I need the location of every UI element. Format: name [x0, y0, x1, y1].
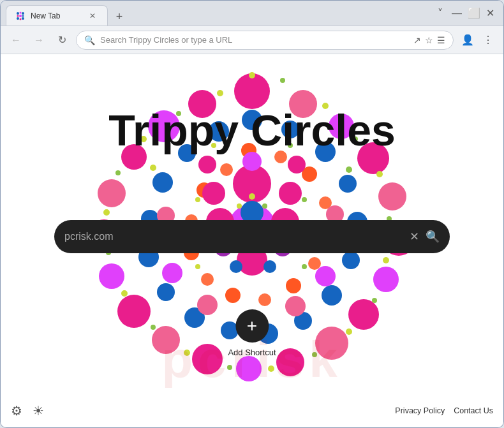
svg-point-33	[376, 171, 383, 177]
share-icon[interactable]: ↗	[413, 35, 421, 45]
new-tab-button[interactable]: +	[110, 8, 128, 26]
tab-title: New Tab	[31, 11, 60, 20]
tab-favicon	[15, 11, 26, 21]
svg-point-116	[150, 165, 156, 171]
svg-point-111	[302, 197, 307, 202]
title-bar: New Tab ✕ + ˅ — ⬜ ✕	[1, 1, 503, 26]
svg-point-2	[22, 12, 24, 15]
page-title: Trippy Circles	[108, 105, 396, 155]
close-button[interactable]: ✕	[484, 7, 496, 19]
svg-point-36	[372, 298, 377, 303]
svg-point-30	[280, 78, 285, 83]
svg-point-3	[17, 15, 19, 17]
nav-bar: ← → ↻ 🔍 Search Trippy Circles or type a …	[1, 26, 503, 54]
svg-point-13	[378, 182, 406, 210]
svg-point-0	[17, 12, 19, 15]
svg-point-5	[22, 15, 24, 17]
maximize-button[interactable]: ⬜	[468, 7, 479, 19]
search-icon: 🔍	[84, 35, 95, 45]
profile-icon[interactable]: 👤	[459, 31, 477, 49]
svg-point-29	[249, 72, 255, 78]
svg-point-105	[262, 203, 267, 209]
svg-point-9	[234, 73, 270, 109]
svg-point-104	[249, 193, 255, 200]
svg-point-83	[202, 182, 225, 205]
clear-search-icon[interactable]: ✕	[410, 230, 419, 244]
privacy-policy-link[interactable]: Privacy Policy	[395, 406, 445, 415]
svg-point-101	[288, 156, 306, 173]
svg-point-64	[152, 172, 173, 193]
svg-point-117	[346, 166, 352, 173]
svg-point-82	[279, 182, 302, 205]
search-icon[interactable]: 🔍	[426, 230, 440, 244]
svg-point-76	[201, 273, 214, 286]
browser-window: New Tab ✕ + ˅ — ⬜ ✕ ← → ↻ 🔍 Search Tripp…	[0, 0, 504, 428]
svg-point-113	[302, 264, 307, 269]
minimize-button[interactable]: —	[451, 8, 463, 19]
nav-right-icons: 👤 ⋮	[459, 31, 497, 49]
svg-point-96	[162, 263, 182, 283]
reload-button[interactable]: ↻	[53, 31, 71, 49]
svg-point-102	[197, 295, 218, 315]
bottom-right-links: Privacy Policy Contact Us	[395, 406, 493, 415]
add-shortcut-label: Add Shortcut	[228, 348, 276, 357]
svg-point-72	[308, 257, 321, 270]
page-content: pcrisk Trippy Circles pcrisk.com ✕ 🔍 + A…	[1, 54, 503, 427]
tab-close-button[interactable]: ✕	[87, 10, 98, 22]
svg-point-45	[103, 209, 110, 216]
svg-point-80	[220, 163, 233, 176]
svg-point-35	[383, 257, 389, 263]
svg-point-73	[286, 278, 301, 293]
contact-us-link[interactable]: Contact Us	[454, 406, 493, 415]
svg-point-53	[339, 175, 357, 193]
svg-point-49	[217, 90, 223, 96]
chevron-down-icon[interactable]: ˅	[434, 7, 446, 19]
bookmark-icon[interactable]: ☆	[425, 35, 433, 45]
svg-point-93	[263, 260, 276, 273]
back-button[interactable]: ←	[7, 31, 25, 49]
svg-point-74	[258, 293, 271, 306]
svg-point-112	[195, 264, 200, 269]
svg-point-99	[315, 266, 336, 286]
svg-point-1	[20, 11, 22, 13]
svg-point-110	[195, 197, 200, 202]
svg-point-25	[98, 179, 126, 207]
svg-point-100	[198, 156, 216, 173]
svg-point-22	[117, 295, 151, 328]
active-tab[interactable]: New Tab ✕	[6, 5, 108, 26]
svg-point-106	[237, 203, 242, 209]
svg-point-15	[373, 267, 399, 292]
svg-point-92	[230, 260, 242, 273]
tab-area: New Tab ✕ +	[6, 1, 431, 26]
appearance-icon[interactable]: ☀	[33, 403, 44, 418]
svg-point-43	[121, 290, 128, 297]
svg-point-56	[322, 285, 342, 306]
add-shortcut-button[interactable]: +	[235, 309, 269, 343]
svg-point-55	[342, 251, 360, 269]
bottom-bar: ⚙ ☀ Privacy Policy Contact Us	[1, 394, 503, 427]
add-shortcut-area: + Add Shortcut	[228, 309, 276, 357]
svg-point-103	[285, 296, 306, 316]
extensions-icon[interactable]: ☰	[437, 35, 445, 45]
search-actions: ✕ 🔍	[410, 230, 440, 244]
address-bar[interactable]: 🔍 Search Trippy Circles or type a URL ↗ …	[76, 31, 454, 50]
svg-point-42	[151, 325, 156, 330]
bottom-left-icons: ⚙ ☀	[11, 403, 44, 418]
settings-icon[interactable]: ⚙	[11, 403, 22, 418]
forward-button[interactable]: →	[30, 31, 48, 49]
svg-point-61	[157, 283, 175, 301]
svg-point-75	[225, 288, 241, 303]
svg-point-8	[22, 17, 24, 20]
search-box[interactable]: pcrisk.com ✕ 🔍	[54, 220, 450, 253]
address-bar-icons: ↗ ☆ ☰	[413, 35, 445, 45]
window-controls: ˅ — ⬜ ✕	[434, 7, 498, 19]
menu-icon[interactable]: ⋮	[479, 31, 497, 49]
svg-point-6	[17, 17, 19, 20]
svg-point-4	[19, 15, 22, 17]
svg-point-23	[99, 263, 124, 289]
address-text: Search Trippy Circles or type a URL	[100, 35, 232, 45]
search-input[interactable]: pcrisk.com	[64, 231, 403, 242]
svg-point-7	[20, 18, 22, 20]
svg-point-16	[348, 299, 379, 330]
svg-point-46	[115, 170, 121, 175]
